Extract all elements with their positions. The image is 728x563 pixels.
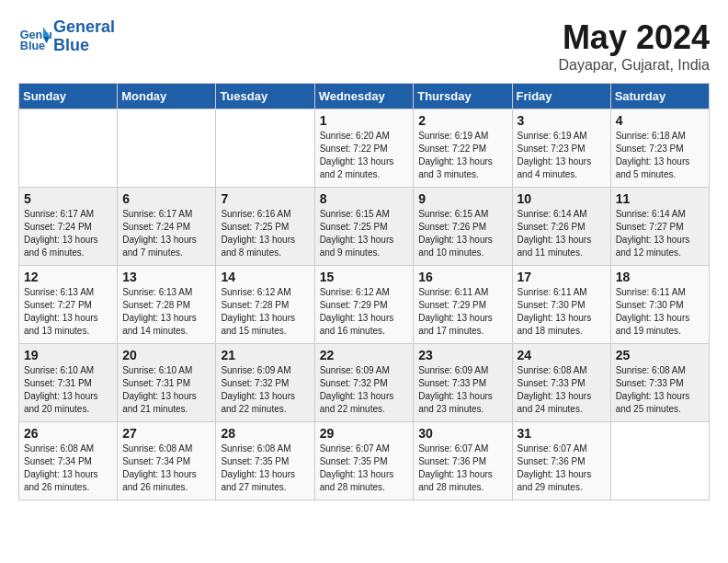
day-number: 13 (122, 270, 210, 284)
day-detail: Sunrise: 6:10 AMSunset: 7:31 PMDaylight:… (122, 364, 210, 416)
day-number: 28 (221, 426, 309, 441)
logo-general: General (53, 17, 115, 36)
day-number: 18 (616, 270, 704, 284)
day-detail: Sunrise: 6:20 AMSunset: 7:22 PMDaylight:… (320, 130, 409, 181)
day-detail: Sunrise: 6:17 AMSunset: 7:24 PMDaylight:… (24, 208, 112, 259)
calendar-day-cell: 11Sunrise: 6:14 AMSunset: 7:27 PMDayligh… (610, 188, 709, 266)
calendar-header-tuesday: Tuesday (216, 84, 314, 109)
calendar-day-cell: 7Sunrise: 6:16 AMSunset: 7:25 PMDaylight… (216, 188, 314, 266)
day-detail: Sunrise: 6:11 AMSunset: 7:30 PMDaylight:… (616, 286, 704, 338)
day-detail: Sunrise: 6:18 AMSunset: 7:23 PMDaylight:… (616, 130, 704, 181)
day-detail: Sunrise: 6:13 AMSunset: 7:27 PMDaylight:… (24, 286, 112, 338)
page-header: General Blue General Blue May 2024 Dayap… (18, 18, 710, 74)
calendar-day-cell: 28Sunrise: 6:08 AMSunset: 7:35 PMDayligh… (216, 422, 314, 500)
calendar-day-cell: 17Sunrise: 6:11 AMSunset: 7:30 PMDayligh… (512, 266, 610, 344)
day-detail: Sunrise: 6:14 AMSunset: 7:26 PMDaylight:… (518, 208, 606, 259)
calendar-day-cell: 10Sunrise: 6:14 AMSunset: 7:26 PMDayligh… (512, 188, 610, 266)
day-detail: Sunrise: 6:09 AMSunset: 7:32 PMDaylight:… (221, 364, 309, 416)
day-detail: Sunrise: 6:19 AMSunset: 7:23 PMDaylight:… (518, 130, 606, 181)
day-detail: Sunrise: 6:13 AMSunset: 7:28 PMDaylight:… (122, 286, 210, 338)
calendar-day-cell: 6Sunrise: 6:17 AMSunset: 7:24 PMDaylight… (118, 188, 216, 266)
calendar-day-cell (118, 109, 216, 188)
calendar-day-cell: 5Sunrise: 6:17 AMSunset: 7:24 PMDaylight… (19, 188, 118, 266)
calendar-week-row: 19Sunrise: 6:10 AMSunset: 7:31 PMDayligh… (19, 344, 710, 422)
calendar-day-cell: 9Sunrise: 6:15 AMSunset: 7:26 PMDaylight… (414, 188, 512, 266)
day-number: 14 (221, 270, 309, 284)
day-number: 11 (616, 191, 704, 206)
calendar-day-cell: 1Sunrise: 6:20 AMSunset: 7:22 PMDaylight… (314, 109, 414, 188)
day-number: 17 (518, 270, 606, 284)
month-title: May 2024 (558, 18, 710, 57)
calendar-header-saturday: Saturday (610, 84, 709, 109)
calendar-week-row: 1Sunrise: 6:20 AMSunset: 7:22 PMDaylight… (19, 109, 710, 188)
day-number: 25 (616, 348, 704, 362)
day-number: 7 (221, 191, 309, 206)
calendar-day-cell: 23Sunrise: 6:09 AMSunset: 7:33 PMDayligh… (414, 344, 512, 422)
calendar-day-cell: 29Sunrise: 6:07 AMSunset: 7:35 PMDayligh… (314, 422, 414, 500)
calendar-header-thursday: Thursday (414, 84, 512, 109)
day-detail: Sunrise: 6:14 AMSunset: 7:27 PMDaylight:… (616, 208, 704, 259)
day-detail: Sunrise: 6:09 AMSunset: 7:32 PMDaylight:… (320, 364, 409, 416)
day-number: 31 (518, 426, 606, 441)
logo-icon: General Blue (18, 20, 51, 53)
day-detail: Sunrise: 6:08 AMSunset: 7:35 PMDaylight:… (221, 442, 309, 494)
day-number: 4 (616, 113, 704, 128)
day-number: 5 (24, 191, 112, 206)
day-detail: Sunrise: 6:08 AMSunset: 7:34 PMDaylight:… (122, 442, 210, 494)
calendar-day-cell: 3Sunrise: 6:19 AMSunset: 7:23 PMDaylight… (512, 109, 610, 188)
day-number: 23 (418, 348, 506, 362)
calendar-day-cell: 21Sunrise: 6:09 AMSunset: 7:32 PMDayligh… (216, 344, 314, 422)
day-number: 16 (418, 270, 506, 284)
calendar-day-cell: 19Sunrise: 6:10 AMSunset: 7:31 PMDayligh… (19, 344, 118, 422)
day-detail: Sunrise: 6:16 AMSunset: 7:25 PMDaylight:… (221, 208, 309, 259)
calendar-header-friday: Friday (512, 84, 610, 109)
calendar-day-cell: 30Sunrise: 6:07 AMSunset: 7:36 PMDayligh… (414, 422, 512, 500)
logo-blue: Blue (53, 37, 115, 55)
calendar-day-cell: 4Sunrise: 6:18 AMSunset: 7:23 PMDaylight… (610, 109, 709, 188)
day-number: 12 (24, 270, 112, 284)
day-detail: Sunrise: 6:10 AMSunset: 7:31 PMDaylight:… (24, 364, 112, 416)
calendar-day-cell (19, 109, 118, 188)
day-detail: Sunrise: 6:15 AMSunset: 7:25 PMDaylight:… (320, 208, 409, 259)
day-detail: Sunrise: 6:11 AMSunset: 7:30 PMDaylight:… (518, 286, 606, 338)
calendar-day-cell: 8Sunrise: 6:15 AMSunset: 7:25 PMDaylight… (314, 188, 414, 266)
calendar-day-cell: 20Sunrise: 6:10 AMSunset: 7:31 PMDayligh… (118, 344, 216, 422)
day-number: 30 (418, 426, 506, 441)
calendar-day-cell: 27Sunrise: 6:08 AMSunset: 7:34 PMDayligh… (118, 422, 216, 500)
day-number: 20 (122, 348, 210, 362)
calendar-day-cell: 2Sunrise: 6:19 AMSunset: 7:22 PMDaylight… (414, 109, 512, 188)
calendar-day-cell: 26Sunrise: 6:08 AMSunset: 7:34 PMDayligh… (19, 422, 118, 500)
calendar-header-wednesday: Wednesday (314, 84, 414, 109)
day-number: 29 (320, 426, 409, 441)
day-detail: Sunrise: 6:08 AMSunset: 7:33 PMDaylight:… (616, 364, 704, 416)
calendar-week-row: 26Sunrise: 6:08 AMSunset: 7:34 PMDayligh… (19, 422, 710, 500)
day-number: 3 (518, 113, 606, 128)
day-detail: Sunrise: 6:15 AMSunset: 7:26 PMDaylight:… (418, 208, 506, 259)
day-detail: Sunrise: 6:07 AMSunset: 7:35 PMDaylight:… (320, 442, 409, 494)
day-number: 21 (221, 348, 309, 362)
day-detail: Sunrise: 6:08 AMSunset: 7:33 PMDaylight:… (518, 364, 606, 416)
calendar-header-row: SundayMondayTuesdayWednesdayThursdayFrid… (19, 84, 710, 109)
day-detail: Sunrise: 6:19 AMSunset: 7:22 PMDaylight:… (418, 130, 506, 181)
day-number: 1 (320, 113, 409, 128)
day-number: 6 (122, 191, 210, 206)
calendar-table: SundayMondayTuesdayWednesdayThursdayFrid… (18, 83, 710, 500)
calendar-day-cell (216, 109, 314, 188)
day-detail: Sunrise: 6:17 AMSunset: 7:24 PMDaylight:… (122, 208, 210, 259)
calendar-day-cell (610, 422, 709, 500)
day-number: 8 (320, 191, 409, 206)
calendar-day-cell: 12Sunrise: 6:13 AMSunset: 7:27 PMDayligh… (19, 266, 118, 344)
calendar-day-cell: 18Sunrise: 6:11 AMSunset: 7:30 PMDayligh… (610, 266, 709, 344)
calendar-week-row: 12Sunrise: 6:13 AMSunset: 7:27 PMDayligh… (19, 266, 710, 344)
calendar-day-cell: 14Sunrise: 6:12 AMSunset: 7:28 PMDayligh… (216, 266, 314, 344)
calendar-week-row: 5Sunrise: 6:17 AMSunset: 7:24 PMDaylight… (19, 188, 710, 266)
calendar-day-cell: 13Sunrise: 6:13 AMSunset: 7:28 PMDayligh… (118, 266, 216, 344)
calendar-day-cell: 16Sunrise: 6:11 AMSunset: 7:29 PMDayligh… (414, 266, 512, 344)
day-number: 2 (418, 113, 506, 128)
day-number: 9 (418, 191, 506, 206)
calendar-day-cell: 22Sunrise: 6:09 AMSunset: 7:32 PMDayligh… (314, 344, 414, 422)
day-detail: Sunrise: 6:12 AMSunset: 7:28 PMDaylight:… (221, 286, 309, 338)
day-number: 22 (320, 348, 409, 362)
day-detail: Sunrise: 6:09 AMSunset: 7:33 PMDaylight:… (418, 364, 506, 416)
day-number: 24 (518, 348, 606, 362)
